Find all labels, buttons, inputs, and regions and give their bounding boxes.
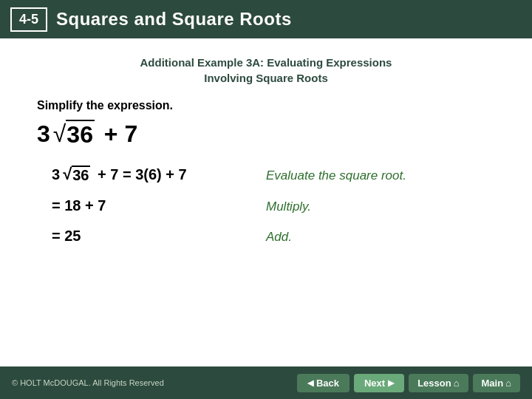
next-button[interactable]: Next ▶ [354, 374, 404, 392]
step-row-3: = 25 Add. [52, 228, 502, 245]
step-3-math: = 25 [52, 228, 244, 245]
sqrt-expression: √36 [53, 120, 95, 149]
steps-section: 3 √36 + 7 = 3(6) + 7 Evaluate the square… [52, 165, 502, 245]
step-1-math: 3 √36 + 7 = 3(6) + 7 [52, 165, 244, 184]
copyright-text: © HOLT McDOUGAL. All Rights Reserved [12, 378, 164, 387]
lesson-button[interactable]: Lesson ⌂ [409, 374, 468, 392]
footer-bar: © HOLT McDOUGAL. All Rights Reserved ◀ B… [0, 366, 532, 399]
step-1-note: Evaluate the square root. [266, 168, 406, 183]
example-subtitle: Additional Example 3A: Evaluating Expres… [30, 55, 502, 86]
main-content: Additional Example 3A: Evaluating Expres… [0, 38, 532, 245]
main-expression: 3 √36 + 7 [37, 120, 502, 149]
back-button[interactable]: ◀ Back [297, 374, 349, 392]
footer-buttons: ◀ Back Next ▶ Lesson ⌂ Main ⌂ [297, 374, 520, 392]
lesson-badge: 4-5 [10, 7, 47, 32]
back-arrow-icon: ◀ [307, 378, 313, 388]
step-2-math: = 18 + 7 [52, 197, 244, 214]
next-arrow-icon: ▶ [388, 378, 394, 388]
main-home-icon: ⌂ [505, 378, 511, 389]
step-3-note: Add. [266, 230, 292, 245]
step-row-1: 3 √36 + 7 = 3(6) + 7 Evaluate the square… [52, 165, 502, 184]
lesson-title: Squares and Square Roots [56, 9, 292, 30]
step-row-2: = 18 + 7 Multiply. [52, 197, 502, 214]
step1-sqrt: √36 [63, 165, 90, 184]
simplify-label: Simplify the expression. [37, 99, 502, 112]
header-bar: 4-5 Squares and Square Roots [0, 0, 532, 38]
main-button[interactable]: Main ⌂ [473, 374, 520, 392]
step-2-note: Multiply. [266, 200, 311, 214]
lesson-home-icon: ⌂ [454, 378, 460, 389]
